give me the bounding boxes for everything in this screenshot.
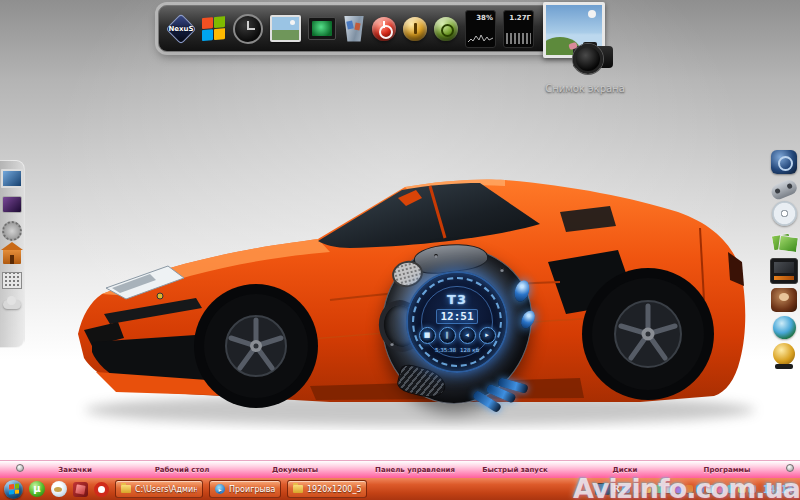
media-player-icon: ▸ [215,484,225,494]
restart-icon[interactable] [434,17,458,41]
globe-icon[interactable] [773,316,796,339]
pause-button[interactable]: ‖ [439,326,456,343]
taskbar-window-button[interactable]: 1920x1200_520138... [287,480,367,498]
t3-time-display: 12:51 [436,308,477,323]
t3-media-buttons: ■ ‖ ◂ ▸ [419,326,496,343]
t3-brand-label: T3 [447,291,467,306]
cd-disc-icon[interactable] [772,201,797,226]
screenshot-camera-icon[interactable] [543,2,605,58]
window-button-label: 1920x1200_520138... [307,485,361,494]
blue-gadget-icon[interactable] [771,150,797,174]
toolbar-grip[interactable] [786,464,794,472]
ram-graph [506,33,531,44]
clock-icon[interactable] [233,14,263,44]
stop-button[interactable]: ■ [419,326,436,343]
red-app-icon[interactable] [73,482,88,497]
next-track-button[interactable]: ▸ [479,326,496,343]
standby-icon[interactable] [403,17,427,41]
start-button[interactable] [4,480,23,499]
cpu-meter-value: 38% [468,14,493,22]
media-icon[interactable] [2,196,22,213]
windows-cards-icon[interactable] [771,230,797,254]
watermark-text: Avizinfo.com.ua [573,473,800,500]
power-off-icon[interactable] [372,17,396,41]
gold-sphere-icon[interactable] [773,343,795,365]
window-button-label: C:\Users\Админи... [135,485,197,494]
toolbar-title[interactable]: Документы [272,466,318,474]
calculator-icon[interactable] [2,272,22,289]
right-icon-column [770,150,798,365]
nexus-logo-label: NexuS [167,15,195,43]
t3-clock-face: T3 12:51 ■ ‖ ◂ ▸ 5:35:38 128 кб [406,271,508,373]
t3-bolt [434,254,438,258]
taskbar-window-button[interactable]: ▸ Проигрыватель ... [209,480,281,498]
display-icon[interactable] [1,169,23,188]
camera-lens [573,44,603,74]
earth-app-icon[interactable] [51,481,67,497]
toolbar-grip[interactable] [16,464,24,472]
weather-icon[interactable] [3,300,21,309]
nexus-dock-icon[interactable]: NexuS [167,15,195,43]
folder-icon [293,485,303,493]
t3-bolt [390,342,394,346]
taskbar-window-button[interactable]: C:\Users\Админи... [115,480,203,498]
left-dock [0,160,25,348]
cpu-graph [468,32,493,44]
windows-flag-icon [9,483,19,494]
recycle-bin-icon[interactable] [343,16,365,42]
prev-track-button[interactable]: ◂ [459,326,476,343]
utorrent-icon[interactable]: µ [29,481,45,497]
window-button-label: Проигрыватель ... [229,485,275,494]
t3-elapsed-time: 5:35:38 [435,346,456,352]
t3-bitrate: 128 кб [460,346,479,352]
image-viewer-icon[interactable] [270,15,301,42]
t3-bolt [500,268,504,272]
toolbar-title[interactable]: Рабочий стол [155,466,210,474]
opera-icon[interactable] [94,482,109,497]
screenshot-icon-label: Снимок экрана [520,83,650,94]
desktop: NexuS 38% 1.27Г Снимок экрана [0,0,800,500]
gamepad-icon[interactable] [769,178,799,202]
media-tile-icon[interactable] [770,258,798,284]
t3-status-line: 5:35:38 128 кб [435,346,479,352]
gear-icon[interactable] [2,221,22,241]
game-character-icon[interactable] [771,288,797,312]
t3-player-widget[interactable]: T3 12:51 ■ ‖ ◂ ▸ 5:35:38 128 кб [382,246,532,404]
display-capture-icon[interactable] [308,17,336,40]
cpu-meter[interactable]: 38% [465,10,496,48]
toolbar-title[interactable]: Быстрый запуск [482,466,548,474]
windows-logo-icon[interactable] [202,15,226,41]
folder-icon [121,485,131,493]
top-dock: NexuS 38% 1.27Г [158,5,594,52]
home-icon[interactable] [3,249,21,264]
ram-meter-value: 1.27Г [506,14,531,22]
ram-meter[interactable]: 1.27Г [503,10,534,48]
top-dock-area: NexuS 38% 1.27Г Снимок экрана [0,0,800,100]
toolbar-title[interactable]: Панель управления [375,466,455,474]
toolbar-title[interactable]: Закачки [58,466,92,474]
